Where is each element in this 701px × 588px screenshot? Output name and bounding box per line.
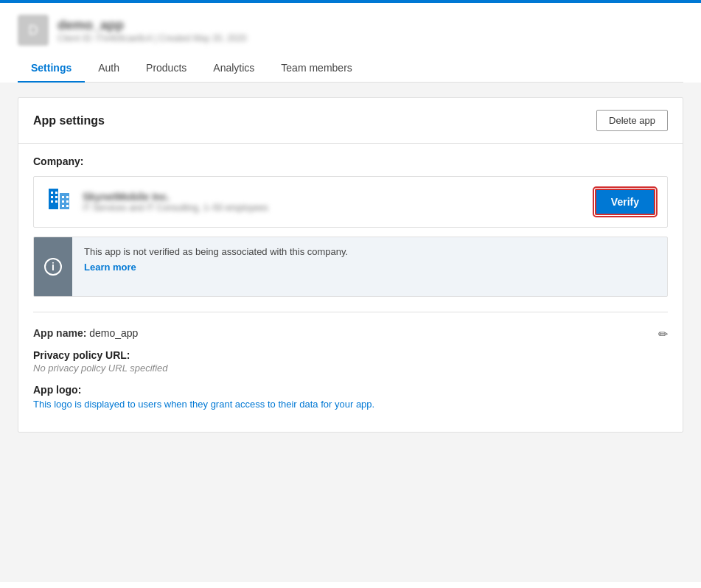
company-details: SkynetMobile Inc. IT Services and IT Con… bbox=[83, 191, 595, 213]
svg-rect-13 bbox=[66, 205, 69, 207]
app-details-section: ✏ App name: demo_app Privacy policy URL:… bbox=[33, 327, 668, 410]
tab-settings[interactable]: Settings bbox=[18, 55, 85, 83]
company-name: SkynetMobile Inc. bbox=[83, 191, 595, 203]
app-info: demo_app Client ID: f7e4b9cae8c4 | Creat… bbox=[57, 18, 247, 43]
tab-products[interactable]: Products bbox=[133, 55, 200, 83]
svg-rect-9 bbox=[66, 196, 69, 198]
app-logo-row: App logo: This logo is displayed to user… bbox=[33, 384, 668, 410]
svg-rect-5 bbox=[55, 196, 57, 198]
edit-icon[interactable]: ✏ bbox=[658, 327, 668, 341]
svg-rect-3 bbox=[55, 192, 57, 194]
main-content: App settings Delete app Company: bbox=[0, 83, 701, 582]
svg-rect-6 bbox=[51, 200, 53, 203]
info-banner: i This app is not verified as being asso… bbox=[33, 237, 668, 297]
privacy-policy-row: Privacy policy URL: No privacy policy UR… bbox=[33, 349, 668, 374]
delete-app-button[interactable]: Delete app bbox=[596, 110, 668, 131]
app-name-value: demo_app bbox=[89, 327, 138, 339]
verify-button[interactable]: Verify bbox=[595, 189, 655, 215]
tab-team-members[interactable]: Team members bbox=[268, 55, 365, 83]
privacy-policy-placeholder: No privacy policy URL specified bbox=[33, 363, 668, 374]
company-row: SkynetMobile Inc. IT Services and IT Con… bbox=[33, 176, 668, 228]
svg-rect-2 bbox=[51, 192, 53, 194]
tab-auth[interactable]: Auth bbox=[85, 55, 133, 83]
svg-rect-8 bbox=[62, 196, 64, 198]
divider bbox=[33, 312, 668, 312]
app-meta: Client ID: f7e4b9cae8c4 | Created May 20… bbox=[57, 33, 247, 43]
svg-rect-4 bbox=[51, 196, 53, 198]
tab-analytics[interactable]: Analytics bbox=[200, 55, 268, 83]
app-avatar: D bbox=[18, 15, 49, 46]
company-building-icon bbox=[46, 186, 72, 218]
info-banner-text: This app is not verified as being associ… bbox=[72, 237, 360, 281]
learn-more-link[interactable]: Learn more bbox=[84, 262, 348, 273]
header: D demo_app Client ID: f7e4b9cae8c4 | Cre… bbox=[0, 3, 701, 83]
svg-rect-7 bbox=[55, 200, 57, 203]
card-title: App settings bbox=[33, 114, 105, 127]
app-settings-card: App settings Delete app Company: bbox=[18, 97, 683, 433]
card-header: App settings Delete app bbox=[18, 98, 683, 144]
company-section-label: Company: bbox=[33, 155, 668, 167]
app-name: demo_app bbox=[57, 18, 247, 33]
svg-rect-12 bbox=[62, 205, 64, 207]
company-description: IT Services and IT Consulting, 1–50 empl… bbox=[83, 203, 595, 213]
privacy-policy-label: Privacy policy URL: bbox=[33, 349, 668, 361]
card-body: Company: bbox=[18, 144, 683, 432]
nav-tabs: Settings Auth Products Analytics Team me… bbox=[18, 55, 683, 83]
app-identity: D demo_app Client ID: f7e4b9cae8c4 | Cre… bbox=[18, 15, 683, 46]
info-message: This app is not verified as being associ… bbox=[84, 246, 348, 257]
svg-rect-10 bbox=[62, 200, 64, 203]
svg-rect-11 bbox=[66, 200, 69, 203]
info-banner-icon-col: i bbox=[34, 237, 72, 296]
app-name-label: App name: bbox=[33, 327, 89, 339]
app-logo-label: App logo: bbox=[33, 384, 668, 396]
app-logo-description: This logo is displayed to users when the… bbox=[33, 399, 668, 410]
app-name-row: App name: demo_app bbox=[33, 327, 668, 339]
info-icon: i bbox=[44, 258, 62, 276]
